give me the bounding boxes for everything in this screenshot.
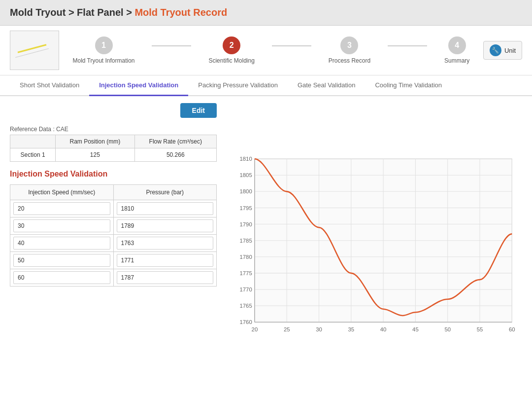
left-panel: Edit Reference Data : CAE Ram Position (… bbox=[10, 103, 217, 388]
tab-injection-speed[interactable]: Injection Speed Validation bbox=[89, 75, 188, 96]
step-1[interactable]: 1 Mold Tryout Information bbox=[72, 36, 134, 64]
breadcrumb-prefix: Mold Tryout > Flat Panel > bbox=[10, 7, 134, 18]
cell-speed-1 bbox=[10, 217, 114, 235]
chart-container: 1760176517701775178017851790179518001805… bbox=[227, 103, 522, 388]
input-speed-3[interactable] bbox=[13, 254, 110, 267]
cell-pressure-2 bbox=[113, 235, 217, 252]
col-header-speed: Injection Speed (mm/sec) bbox=[10, 185, 114, 200]
input-pressure-4[interactable] bbox=[117, 271, 214, 284]
step-4[interactable]: 4 Summary bbox=[444, 36, 469, 64]
input-pressure-2[interactable] bbox=[117, 237, 214, 250]
step-3-label: Process Record bbox=[329, 57, 370, 64]
step-3-circle: 3 bbox=[340, 36, 358, 54]
svg-text:40: 40 bbox=[380, 326, 387, 332]
table-row bbox=[10, 269, 217, 287]
input-pressure-1[interactable] bbox=[117, 219, 214, 232]
ref-col-section bbox=[10, 135, 56, 148]
svg-text:45: 45 bbox=[412, 326, 419, 332]
cell-pressure-1 bbox=[113, 217, 217, 235]
input-speed-2[interactable] bbox=[13, 237, 110, 250]
tab-packing-pressure[interactable]: Packing Pressure Validation bbox=[188, 75, 288, 96]
svg-text:1765: 1765 bbox=[239, 303, 252, 309]
right-panel: 1760176517701775178017851790179518001805… bbox=[227, 103, 522, 388]
cell-speed-2 bbox=[10, 235, 114, 252]
step-connector-3 bbox=[388, 45, 427, 46]
svg-text:1805: 1805 bbox=[239, 172, 252, 178]
breadcrumb-bar: Mold Tryout > Flat Panel > Mold Tryout R… bbox=[0, 0, 532, 26]
tabs-bar: Short Shot Validation Injection Speed Va… bbox=[0, 75, 532, 96]
svg-text:1770: 1770 bbox=[239, 287, 252, 292]
svg-text:1795: 1795 bbox=[239, 205, 252, 211]
input-speed-0[interactable] bbox=[13, 202, 110, 215]
cell-speed-3 bbox=[10, 252, 114, 269]
steps-container: 1 Mold Tryout Information 2 Scientific M… bbox=[64, 36, 478, 64]
step-1-circle: 1 bbox=[95, 36, 113, 54]
input-pressure-3[interactable] bbox=[117, 254, 214, 267]
input-pressure-0[interactable] bbox=[117, 202, 214, 215]
step-2-circle: 2 bbox=[223, 36, 240, 54]
reference-label: Reference Data : CAE bbox=[10, 126, 217, 133]
svg-text:30: 30 bbox=[316, 326, 322, 332]
step-3[interactable]: 3 Process Record bbox=[329, 36, 370, 64]
svg-text:50: 50 bbox=[444, 326, 451, 332]
cell-pressure-3 bbox=[113, 252, 217, 269]
tab-short-shot[interactable]: Short Shot Validation bbox=[10, 75, 89, 96]
svg-text:25: 25 bbox=[284, 326, 290, 332]
svg-text:1775: 1775 bbox=[239, 270, 252, 276]
table-row bbox=[10, 217, 217, 235]
svg-text:1790: 1790 bbox=[239, 221, 252, 227]
main-content: Edit Reference Data : CAE Ram Position (… bbox=[0, 96, 532, 395]
input-speed-1[interactable] bbox=[13, 219, 110, 232]
ref-section-label: Section 1 bbox=[10, 148, 56, 162]
edit-button[interactable]: Edit bbox=[180, 103, 217, 118]
table-row bbox=[10, 252, 217, 269]
input-speed-4[interactable] bbox=[13, 271, 110, 284]
injection-speed-chart: 1760176517701775178017851790179518001805… bbox=[227, 103, 522, 388]
ref-col-ram: Ram Position (mm) bbox=[56, 135, 134, 148]
reference-section: Reference Data : CAE Ram Position (mm) F… bbox=[10, 126, 217, 162]
thumbnail-lines bbox=[12, 33, 57, 68]
edit-btn-row: Edit bbox=[10, 103, 217, 118]
step-1-label: Mold Tryout Information bbox=[72, 57, 134, 64]
table-row bbox=[10, 200, 217, 217]
step-2[interactable]: 2 Scientific Molding bbox=[208, 36, 254, 64]
step-4-circle: 4 bbox=[448, 36, 466, 54]
ref-col-flow: Flow Rate (cm³/sec) bbox=[134, 135, 216, 148]
svg-text:1780: 1780 bbox=[239, 254, 252, 260]
step-connector-2 bbox=[272, 45, 311, 46]
part-thumbnail bbox=[10, 31, 59, 70]
svg-text:1800: 1800 bbox=[239, 188, 252, 194]
tab-cooling-time[interactable]: Cooling Time Validation bbox=[365, 75, 452, 96]
cell-speed-0 bbox=[10, 200, 114, 217]
col-header-pressure: Pressure (bar) bbox=[113, 185, 217, 200]
svg-text:1785: 1785 bbox=[239, 238, 252, 244]
steps-area: 1 Mold Tryout Information 2 Scientific M… bbox=[0, 26, 532, 75]
unit-icon: 🔧 bbox=[490, 44, 501, 56]
step-4-label: Summary bbox=[444, 57, 469, 64]
section-title: Injection Speed Validation bbox=[10, 170, 217, 179]
step-connector-1 bbox=[152, 45, 191, 46]
cell-speed-4 bbox=[10, 269, 114, 287]
cell-pressure-4 bbox=[113, 269, 217, 287]
svg-text:60: 60 bbox=[509, 326, 515, 332]
injection-speed-table: Injection Speed (mm/sec) Pressure (bar) bbox=[10, 184, 217, 287]
ref-row-1: Section 1 125 50.266 bbox=[10, 148, 217, 162]
cell-pressure-0 bbox=[113, 200, 217, 217]
reference-table: Ram Position (mm) Flow Rate (cm³/sec) Se… bbox=[10, 135, 217, 162]
svg-text:35: 35 bbox=[348, 326, 354, 332]
svg-text:1810: 1810 bbox=[239, 156, 252, 162]
ref-flow-value: 50.266 bbox=[134, 148, 216, 162]
ref-ram-value: 125 bbox=[56, 148, 134, 162]
svg-text:20: 20 bbox=[252, 326, 258, 332]
svg-text:55: 55 bbox=[477, 326, 483, 332]
step-2-label: Scientific Molding bbox=[208, 57, 254, 64]
unit-button[interactable]: 🔧 Unit bbox=[483, 41, 522, 60]
breadcrumb-highlight: Mold Tryout Record bbox=[134, 7, 227, 18]
breadcrumb: Mold Tryout > Flat Panel > Mold Tryout R… bbox=[10, 7, 227, 18]
unit-label: Unit bbox=[504, 47, 516, 54]
table-row bbox=[10, 235, 217, 252]
svg-text:1760: 1760 bbox=[239, 319, 252, 325]
tab-gate-seal[interactable]: Gate Seal Validation bbox=[288, 75, 366, 96]
